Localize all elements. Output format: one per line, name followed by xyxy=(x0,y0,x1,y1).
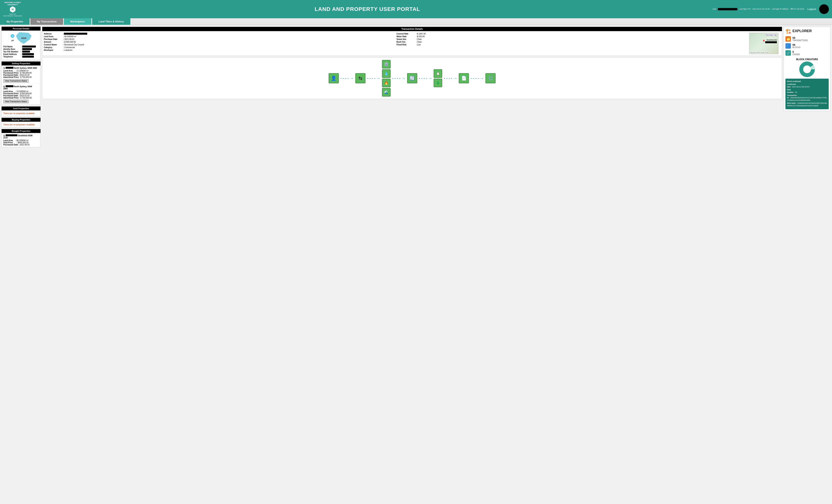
tx-developer-label: Developer xyxy=(44,49,63,51)
dollar-emoji: 💲 xyxy=(436,81,440,84)
workflow-chain-icon: ⛓️ xyxy=(486,73,496,83)
university-logo: WESTERN SYDNEY UNIVERSITY W Centre for S… xyxy=(3,2,22,17)
bought-properties-header: Bought Properties xyxy=(2,129,41,133)
shield-letter: W xyxy=(11,8,14,11)
tx-council-name-row: Council Name : Burnwood City Council xyxy=(44,44,393,46)
map-view-larger[interactable]: View larger map xyxy=(764,34,777,36)
flood-emoji: 🌊 xyxy=(384,90,388,94)
full-name-row: Full Name : xyxy=(3,46,39,48)
tax-icons-col: 📋 💲 xyxy=(434,69,442,87)
arrow-6: - - - - → xyxy=(470,76,484,80)
personal-fields: Full Name : Identity Num : Tax File Numb… xyxy=(3,46,39,58)
transaction-details-header: Transaction Details xyxy=(42,27,782,31)
explorer-box: 🏗️ EXPLORER 🗂️ 55 TRANSACTIONS 🔷 xyxy=(784,27,830,111)
selling-property-1-purchased-date: Purchased Date : 2010-01-01 xyxy=(3,74,39,76)
arrow-5: - - - - → xyxy=(444,76,457,80)
bc-blok-hash-label: Blok Hash xyxy=(787,102,796,104)
selling-properties-section: Selling Properties 1) North Sydney, NSW … xyxy=(2,61,41,105)
blocks-icon: 🔷 xyxy=(785,43,791,49)
portal-title: LAND AND PROPERTY USER PORTAL xyxy=(22,6,712,12)
chains-count: 5 xyxy=(792,50,800,53)
full-name-value xyxy=(22,46,36,48)
tx-flood-row: Flood Risk : Low xyxy=(397,44,746,46)
council-icon: 🏛️ xyxy=(382,60,391,68)
chains-emoji: 🔗 xyxy=(787,51,790,55)
tab-my-transactions[interactable]: My Transactions xyxy=(30,18,63,25)
tx-land-area-value: : 80.500000 m² xyxy=(63,35,76,37)
tx-category-value: : Commercial xyxy=(63,46,75,49)
bc-title: Block confirmed xyxy=(787,80,827,83)
explorer-icon: 🏗️ xyxy=(785,28,791,34)
tx-water-rate-value: : $ 533.00 xyxy=(416,35,425,37)
bought-property-1-address-redact xyxy=(6,134,17,136)
selling-property-1-title: 1) North Sydney, NSW 2060 xyxy=(3,67,39,69)
main-content: Personal Details 🌐 ⇌ NSW Full Name : xyxy=(0,25,832,150)
personal-details-section: Personal Details 🌐 ⇌ NSW Full Name : xyxy=(2,27,41,60)
tab-my-properties[interactable]: My Properties xyxy=(0,18,30,25)
bc-confirmed-date-value: : 2021-06-01 (05:29:57) xyxy=(791,86,810,88)
tax-icon: 📋 xyxy=(434,69,442,78)
tx-council-name-value: : Burnwood City Council xyxy=(63,44,84,46)
transactions-emoji: 🗂️ xyxy=(787,37,790,40)
arrow-2: - - - - → xyxy=(367,76,381,80)
tax-file-row: Tax File Number : xyxy=(3,51,39,53)
view-tx-btn-1[interactable]: View Transactions Status xyxy=(3,79,29,83)
transaction-fields-right: Council Rate : $ 1067.00 Water Rate : $ … xyxy=(397,33,746,54)
arrow-4: - - - - → xyxy=(419,76,432,80)
chains-label: CHAINS xyxy=(792,53,800,55)
transaction-details-body: Address : Land Area : 80.500000 m² Purch… xyxy=(42,31,782,56)
world-icon: 🌐 xyxy=(10,34,15,38)
chain-emoji: ⛓️ xyxy=(488,76,493,81)
tx-developer-value: : Landcom xyxy=(63,49,73,51)
center-text: Centre for Smart Modern Construction xyxy=(3,13,22,17)
selling-property-1-land-area: Land Area : 12.220000 m² xyxy=(3,70,39,72)
tx-amount-value: : $ 940,000.00 xyxy=(63,41,76,43)
chains-stat: 5 CHAINS xyxy=(792,50,800,55)
block-confirmed-box: Block confirmed Confirmeddate : 2021-06-… xyxy=(785,79,829,109)
transaction-details: Transaction Details Address : Land Area … xyxy=(42,27,782,56)
header: WESTERN SYDNEY UNIVERSITY W Centre for S… xyxy=(0,0,832,18)
selling-property-1-address-redact xyxy=(6,67,14,69)
tab-land-titles[interactable]: Land Titles & History xyxy=(92,18,130,25)
full-name-label: Full Name xyxy=(3,46,21,48)
tx-address-row: Address : xyxy=(44,33,393,35)
personal-details-box: 🌐 ⇌ NSW Full Name : Identity xyxy=(2,31,41,60)
email-label: Email Address xyxy=(3,53,21,55)
nav-tabs: My Properties My Transactions Marketplac… xyxy=(0,18,832,25)
selling-property-2-land-area: Land Area : 15.500000 m² xyxy=(3,90,39,92)
blocks-count: 55 xyxy=(792,44,801,46)
workflow-document-icon: 📄 xyxy=(459,73,469,83)
last-login-utc: 2021-06-01 (21:29:33) xyxy=(752,8,770,10)
arrow-1: - - - - → xyxy=(340,76,354,80)
fire-icon: 🔥 xyxy=(382,79,391,87)
tx-bushfire-label: Bush Fire xyxy=(397,41,416,43)
bc-tx-id-value: : e9ee5da3f6263301534214b7d22a0dd2a7f79f… xyxy=(787,97,827,101)
selling-property-1-purchased-price: Purchased Price : $ 780,000.00 xyxy=(3,72,39,74)
bc-confirmed-date-row: Confirmeddate : 2021-06-01 (05:29:57) xyxy=(787,83,827,88)
tx-purchase-date-value: : 2021-06-01 xyxy=(63,38,74,40)
map-placeholder: View larger map 📍 Strathfield NS Map dat… xyxy=(749,33,778,54)
tab-marketplace[interactable]: Marketplace xyxy=(64,18,92,25)
bought-property-1-number: 1) xyxy=(3,135,5,137)
middle-panel: Transaction Details Address : Land Area … xyxy=(42,27,782,149)
last-login-ip-label: Last login IP Address - xyxy=(772,8,789,10)
tx-sewer-value: : Clear xyxy=(416,38,422,40)
buying-properties-header: Buying Properties xyxy=(2,118,41,122)
email-value xyxy=(22,53,34,55)
tx-flood-label: Flood Risk xyxy=(397,44,416,46)
selling-property-1-suburb: North Sydney, NSW 2060 xyxy=(14,67,37,69)
blocks-label: BLOCKS xyxy=(792,46,801,49)
shield-icon: W xyxy=(10,6,16,13)
council-emoji: 🏛️ xyxy=(384,62,388,66)
identity-num-label: Identity Num xyxy=(3,48,21,50)
selling-properties-header: Selling Properties xyxy=(2,61,41,65)
donut-chart xyxy=(799,61,815,77)
side-icons-col: 🏛️ 💧 🔥 🌊 xyxy=(382,60,391,96)
explorer-title: EXPLORER xyxy=(792,29,812,33)
telephone-label: Telephone xyxy=(3,56,21,58)
selling-property-2-title: 2) North Sydney, NSW2060 xyxy=(3,85,39,90)
view-tx-btn-2[interactable]: View Transactions Status xyxy=(3,100,29,103)
logout-button[interactable]: Logout xyxy=(807,8,816,10)
tx-sewer-label: Sewer-line xyxy=(397,38,416,40)
exchange-icon: ⇌ xyxy=(11,38,14,42)
